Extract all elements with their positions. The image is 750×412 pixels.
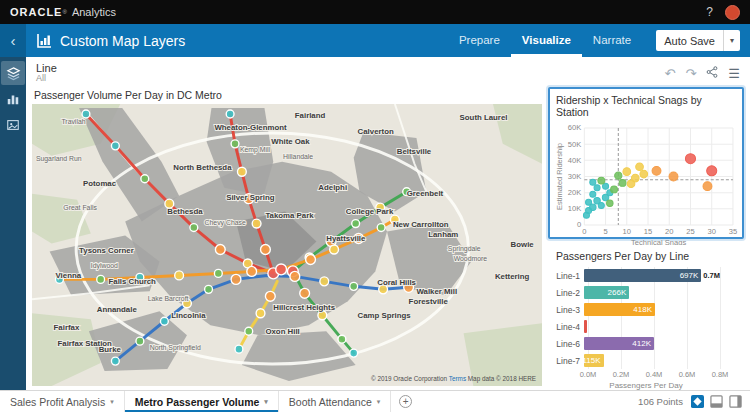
station-dot[interactable] [235,345,243,353]
station-dot[interactable] [111,357,119,365]
station-dot[interactable] [136,337,144,345]
station-dot[interactable] [245,327,253,335]
canvas-menu-icon[interactable]: ☰ [728,67,740,80]
station-dot[interactable] [300,288,310,298]
tab-caret-icon[interactable]: ▾ [110,398,114,406]
tab-caret-icon[interactable]: ▾ [377,398,381,406]
map-place-label: Bowie [511,240,535,249]
scatter-point[interactable] [598,177,605,184]
bar-line-6[interactable]: 412K [584,337,654,350]
station-dot[interactable] [290,271,300,281]
bar-line-4[interactable] [584,320,587,333]
scatter-point[interactable] [640,170,648,178]
station-dot[interactable] [252,219,261,228]
scatter-point[interactable] [707,166,717,176]
scatter-point[interactable] [607,200,613,206]
map-visualization-panel[interactable]: Passenger Volume Per Day in DC Metro Tra… [32,87,542,386]
station-dot[interactable] [205,285,213,293]
station-dot[interactable] [226,110,234,118]
station-dot[interactable] [175,271,184,280]
station-dot[interactable] [330,245,339,254]
canvas-tab-booth-attendance[interactable]: Booth Attendance ▾ [279,391,391,412]
scatter-point[interactable] [623,168,631,176]
scatter-point[interactable] [598,203,604,209]
scatter-point[interactable] [652,166,661,175]
canvas-tab-metro-passenger[interactable]: Metro Passenger Volume ▾ [125,391,279,412]
station-dot[interactable] [215,245,225,255]
plus-icon[interactable]: + [399,395,412,408]
bar-line-2[interactable]: 266K [584,286,629,299]
scatter-point[interactable] [615,172,622,179]
bar-line-3[interactable]: 418K [584,303,655,316]
scatter-point[interactable] [685,154,695,164]
back-button[interactable]: ‹ [0,24,26,57]
station-dot[interactable] [306,254,316,264]
add-canvas-button[interactable]: + [391,391,420,412]
station-dot[interactable] [231,274,241,284]
scatter-point[interactable] [631,174,639,182]
user-avatar[interactable] [725,5,740,20]
station-dot[interactable] [97,275,105,283]
auto-save-button[interactable]: Auto Save ▾ [656,30,740,51]
bar-visualization-panel[interactable]: Passengers Per Day by Line Line-1697K0.7… [548,245,744,390]
station-dot[interactable] [231,140,239,148]
map-place-label: Takoma Park [265,211,314,220]
station-dot[interactable] [261,245,271,255]
map-canvas[interactable]: TravilahFairlandSouth LaurelCalvertonWhi… [32,104,542,386]
rail-data-button[interactable] [1,113,25,137]
scatter-point[interactable] [590,204,596,210]
bar-x-tick: 0.4M [646,370,663,379]
station-dot[interactable] [237,167,246,176]
viz-type-icon[interactable] [691,395,704,408]
station-dot[interactable] [190,224,198,232]
tab-visualize[interactable]: Visualize [511,24,582,57]
station-dot[interactable] [141,175,149,183]
station-dot[interactable] [247,266,257,276]
station-dot[interactable] [352,220,360,228]
station-dot[interactable] [265,291,275,301]
scatter-point[interactable] [611,186,618,193]
bar-line-1[interactable]: 697K [584,269,701,282]
scatter-visualization-panel[interactable]: Ridership x Technical Snags by Station 0… [548,87,744,239]
scatter-point[interactable] [619,180,626,187]
station-dot[interactable] [320,277,329,286]
station-dot[interactable] [111,142,119,150]
scatter-point[interactable] [603,183,609,189]
bottom-panel-toggle-icon[interactable] [710,395,723,408]
scatter-plot[interactable]: 05101520253035010K20K30K40K50K60KTechnic… [554,121,738,247]
scatter-point[interactable] [590,179,596,185]
filter-value[interactable]: All [36,74,57,84]
scatter-point[interactable] [590,191,596,197]
station-dot[interactable] [350,349,358,357]
tab-prepare[interactable]: Prepare [448,24,511,57]
canvas-tab-sales-profit[interactable]: Sales Profit Analysis ▾ [0,391,125,412]
station-dot[interactable] [338,335,346,343]
help-icon[interactable]: ? [706,5,713,19]
bar-annotation: 0.7M [703,271,720,280]
redo-icon[interactable]: ↷ [685,67,696,80]
rail-map-layers-button[interactable] [1,61,25,85]
undo-icon[interactable]: ↶ [665,67,676,80]
share-icon[interactable] [706,66,718,80]
scatter-point[interactable] [703,182,712,191]
terms-link[interactable]: Terms [449,375,466,382]
right-panel-toggle-icon[interactable] [729,395,742,408]
station-dot[interactable] [276,264,287,275]
station-dot[interactable] [214,269,222,277]
bar-line-7[interactable]: 115K [584,354,604,367]
scatter-point[interactable] [594,185,600,191]
station-dot[interactable] [82,110,90,118]
tab-caret-icon[interactable]: ▾ [264,398,268,406]
scatter-point[interactable] [636,163,644,171]
station-dot[interactable] [350,282,358,290]
line-filter-chip[interactable]: Line All [36,62,57,84]
station-dot[interactable] [377,224,385,232]
scatter-point[interactable] [669,172,678,181]
station-dot[interactable] [160,317,168,325]
map-place-label: Lake Barcroft [148,295,189,302]
station-dot[interactable] [256,309,265,318]
auto-save-caret-icon[interactable]: ▾ [723,30,740,51]
auto-save-label[interactable]: Auto Save [656,35,723,47]
tab-narrate[interactable]: Narrate [582,24,642,57]
rail-visualizations-button[interactable] [1,87,25,111]
